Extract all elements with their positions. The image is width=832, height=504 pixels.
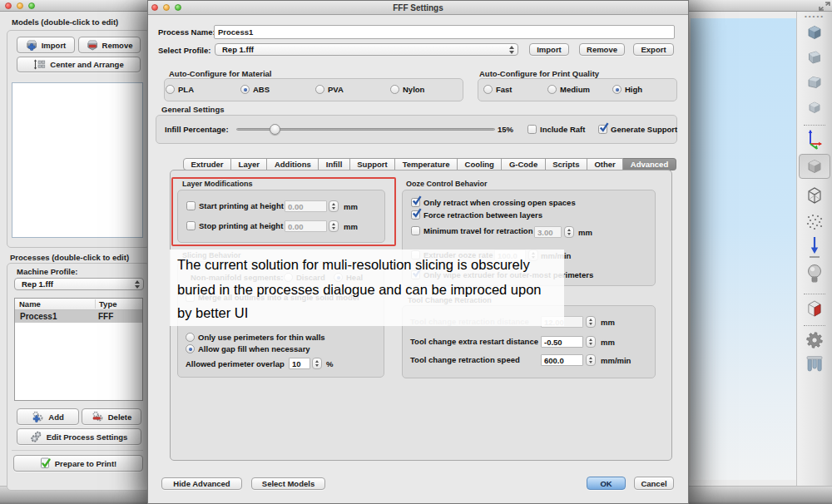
min-travel-row[interactable]: Minimum travel for retraction (411, 226, 532, 235)
high-radio[interactable] (612, 85, 622, 94)
tab-infill[interactable]: Infill (319, 158, 350, 170)
tab-other[interactable]: Other (587, 158, 623, 170)
process-name-input[interactable]: Process1 (214, 25, 675, 39)
overlap-input[interactable]: 10 (289, 358, 310, 369)
gap-fill-radio[interactable] (186, 344, 195, 353)
pva-radio[interactable] (315, 85, 324, 94)
medium-radio[interactable] (547, 85, 557, 94)
tab-advanced[interactable]: Advanced (623, 158, 676, 170)
import-profile-button[interactable]: Import (529, 43, 569, 56)
tool-distance-stepper[interactable] (586, 316, 596, 328)
remove-model-button[interactable]: Remove (78, 37, 141, 53)
min-travel-checkbox[interactable] (411, 226, 420, 235)
3d-viewport[interactable] (691, 18, 796, 480)
tab-cooling[interactable]: Cooling (458, 158, 502, 170)
select-profile-dropdown[interactable]: Rep 1.fff (215, 43, 518, 56)
tool-restart-input[interactable]: -0.50 (541, 336, 583, 348)
generate-support-checkbox[interactable] (598, 125, 607, 134)
model-cube-icon[interactable] (805, 157, 824, 175)
toolbar-grip-dots[interactable]: ••••• (805, 12, 825, 20)
remove-profile-button[interactable]: Remove (579, 43, 625, 56)
hide-advanced-button[interactable]: Hide Advanced (161, 477, 242, 490)
view-cube-4-icon[interactable] (805, 98, 824, 116)
min-travel-stepper[interactable] (564, 226, 574, 238)
radio-high[interactable]: High (612, 85, 642, 94)
machine-profile-select[interactable]: Rep 1.fff (14, 278, 144, 290)
thin-wall-radio-row[interactable]: Only use perimeters for thin walls (186, 333, 325, 342)
minimize-button[interactable] (17, 2, 23, 9)
tool-speed-unit: mm/min (601, 356, 631, 365)
select-models-button[interactable]: Select Models (251, 477, 325, 490)
tool-speed-stepper[interactable] (586, 354, 596, 366)
generate-support-checkbox-row[interactable]: Generate Support (598, 125, 677, 134)
radio-abs[interactable]: ABS (240, 85, 270, 94)
dialog-minimize-button[interactable] (163, 4, 170, 11)
view-cube-1-icon[interactable] (805, 23, 824, 42)
radio-pva[interactable]: PVA (315, 85, 344, 94)
machine-settings-gear-icon[interactable] (804, 329, 825, 351)
support-arrow-icon[interactable] (807, 235, 822, 260)
fullscreen-icon[interactable] (819, 2, 830, 11)
infill-slider-thumb[interactable] (270, 124, 280, 135)
export-profile-button[interactable]: Export (633, 43, 674, 56)
process-table-row[interactable]: Process1 FFF (15, 310, 142, 323)
dialog-zoom-button[interactable] (175, 4, 181, 11)
edit-process-settings-button[interactable]: Edit Process Settings (17, 428, 141, 445)
wireframe-cube-icon[interactable] (805, 185, 825, 206)
view-cube-2-icon[interactable] (805, 48, 824, 67)
tab-temperature[interactable]: Temperature (395, 158, 458, 170)
abs-radio[interactable] (240, 85, 250, 94)
column-header-type[interactable]: Type (95, 299, 142, 309)
light-bulb-icon[interactable] (805, 263, 824, 288)
point-cloud-icon[interactable] (805, 212, 825, 232)
thin-wall-label: Only use perimeters for thin walls (198, 333, 325, 342)
force-retract-checkbox[interactable] (411, 210, 420, 220)
overlap-value: 10 (292, 359, 301, 368)
close-button[interactable] (5, 2, 12, 9)
tool-speed-input[interactable]: 600.0 (541, 354, 583, 366)
view-cube-3-icon[interactable] (805, 73, 824, 91)
tab-support[interactable]: Support (350, 158, 395, 170)
tab-extruder[interactable]: Extruder (183, 158, 231, 170)
delete-process-button[interactable]: Delete (82, 408, 141, 425)
annotation-line-2: buried in the processes dialogue and can… (177, 282, 542, 298)
radio-pla[interactable]: PLA (166, 85, 194, 94)
pla-radio[interactable] (166, 85, 175, 94)
models-list[interactable] (12, 82, 143, 238)
fast-radio[interactable] (483, 85, 493, 94)
include-raft-checkbox[interactable] (527, 125, 537, 134)
dialog-close-button[interactable] (151, 4, 158, 11)
min-travel-label: Minimum travel for retraction (423, 226, 532, 235)
retract-open-row[interactable]: Only retract when crossing open spaces (411, 198, 576, 207)
min-travel-input[interactable]: 3.00 (534, 226, 562, 238)
import-model-button[interactable]: Import (17, 37, 75, 53)
tab-gcode[interactable]: G-Code (502, 158, 545, 170)
filament-columns-icon[interactable] (805, 355, 824, 375)
gap-fill-radio-row[interactable]: Allow gap fill when necessary (186, 344, 310, 353)
cross-section-icon[interactable] (805, 298, 825, 319)
tab-scripts[interactable]: Scripts (546, 158, 587, 170)
column-header-name[interactable]: Name (15, 299, 95, 309)
zoom-button[interactable] (28, 2, 35, 9)
force-retract-row[interactable]: Force retraction between layers (411, 210, 542, 220)
cancel-button[interactable]: Cancel (634, 477, 674, 490)
axes-icon[interactable] (805, 129, 825, 150)
tab-layer[interactable]: Layer (231, 158, 267, 170)
prepare-to-print-button[interactable]: Prepare to Print! (13, 455, 143, 472)
overlap-stepper[interactable] (312, 358, 322, 369)
ok-button[interactable]: OK (587, 477, 626, 490)
process-table[interactable]: Name Type Process1 FFF (14, 298, 143, 401)
center-arrange-button[interactable]: Center and Arrange (17, 57, 141, 72)
retract-open-checkbox[interactable] (411, 198, 420, 207)
tool-restart-stepper[interactable] (586, 336, 596, 348)
include-raft-checkbox-row[interactable]: Include Raft (527, 125, 585, 134)
nylon-radio[interactable] (390, 85, 399, 94)
thin-wall-radio[interactable] (186, 333, 195, 342)
radio-nylon[interactable]: Nylon (390, 85, 424, 94)
dialog-titlebar[interactable]: FFF Settings (148, 1, 688, 15)
add-process-button[interactable]: Add (17, 408, 79, 425)
fast-label: Fast (496, 85, 513, 94)
radio-fast[interactable]: Fast (483, 85, 513, 94)
tab-additions[interactable]: Additions (267, 158, 319, 170)
radio-medium[interactable]: Medium (547, 85, 590, 94)
